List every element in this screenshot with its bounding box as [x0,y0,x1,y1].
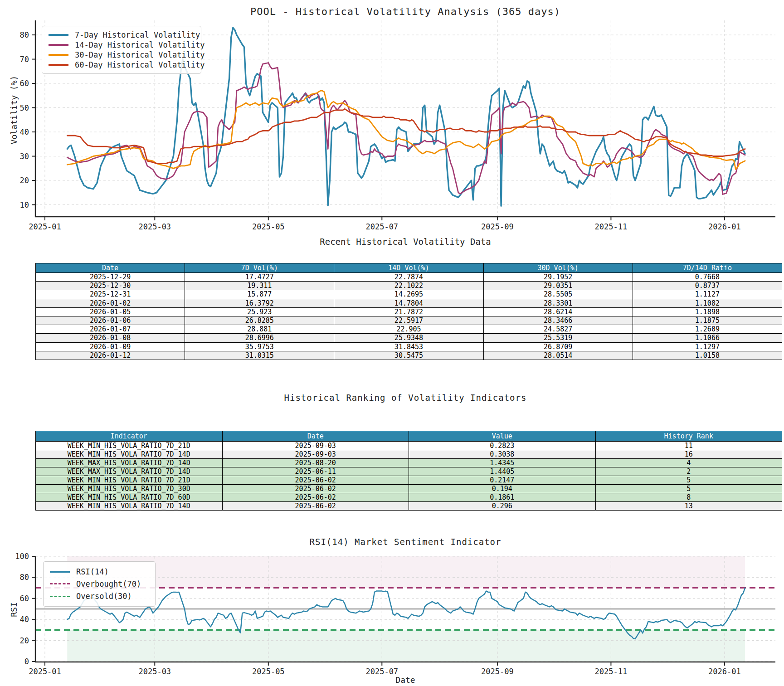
table-cell: WEEK_MIN_HIS_VOLA_RATIO_7D_14D [36,502,223,511]
table-cell: 28.5505 [483,290,633,299]
vol-series-line-3 [67,91,745,169]
table-cell: 5 [595,476,782,485]
vol-ytick-label: 30 [20,152,29,161]
rsi-xtick-label: 2025-05 [252,667,285,676]
vol-xtick-label: 2026-01 [708,222,741,231]
table-cell: 31.8453 [334,342,483,351]
rsi-legend-item-oversold-label: Oversold(30) [76,592,132,601]
table-cell: 2026-01-09 [36,342,185,351]
table-cell: 1.1898 [633,307,782,316]
table-header-row: Date7D Vol(%)14D Vol(%)30D Vol(%)7D/14D … [36,263,782,273]
vol-chart-title: POOL - Historical Volatility Analysis (3… [0,6,784,17]
rsi-ytick-label: 100 [15,552,29,561]
table-cell: 19.311 [185,282,334,290]
vol-ytick-label: 60 [20,79,29,88]
rsi-oversold-band [67,630,745,662]
vol-legend-item-2-swatch [49,44,68,46]
rsi-ytick-label: 0 [24,657,29,666]
vol-legend-item-1: 7-Day Historical Volatility [49,30,195,39]
table-cell: WEEK_MIN_HIS_VOLA_RATIO_7D_21D [36,476,223,485]
table-cell: WEEK_MIN_HIS_VOLA_RATIO_7D_30D [36,485,223,493]
volatility-ranking-table: IndicatorDateValueHistory RankWEEK_MIN_H… [35,431,782,511]
vol-xtick-label: 2025-11 [595,222,628,231]
rsi-xtick-label: 2025-07 [365,667,398,676]
table-cell: 22.1022 [334,282,483,290]
table-cell: 1.1297 [633,342,782,351]
vol-legend-item-1-label: 7-Day Historical Volatility [75,30,200,39]
rsi-xtick-label: 2025-09 [481,667,514,676]
table-row: WEEK_MAX_HIS_VOLA_RATIO_7D_14D2025-06-11… [36,467,782,476]
rsi-ytick-label: 60 [20,594,29,603]
table-row: WEEK_MIN_HIS_VOLA_RATIO_7D_30D2025-06-02… [36,485,782,493]
table-cell: 0.2823 [409,442,596,450]
table-cell: 2025-12-31 [36,290,185,299]
rsi-legend-item-overbought: Overbought(70) [50,579,149,589]
table-row: 2026-01-0525.92321.787228.62141.1898 [36,307,782,316]
vol-chart-legend: 7-Day Historical Volatility14-Day Histor… [42,26,201,74]
table-cell: 2026-01-12 [36,351,185,360]
rsi-legend-item-rsi-swatch [50,571,70,573]
column-header: Date [222,431,409,442]
table-cell: 14.7804 [334,299,483,307]
vol-legend-item-4: 60-Day Historical Volatility [49,60,195,69]
table-cell: 29.0351 [483,282,633,290]
table-cell: 1.4345 [409,459,596,467]
table-cell: 2026-01-08 [36,334,185,342]
table-cell: 4 [595,459,782,467]
table-cell: 35.9753 [185,342,334,351]
table-cell: 25.923 [185,307,334,316]
table-cell: 1.2609 [633,325,782,334]
volatility-report-page: 10203040506070802025-012025-032025-05202… [0,0,784,686]
rsi-chart-xlabel: Date [0,675,784,685]
vol-xtick-label: 2025-05 [252,222,285,231]
rsi-chart-legend: RSI(14)Overbought(70)Oversold(30) [43,561,156,607]
table-header-row: IndicatorDateValueHistory Rank [36,431,782,442]
table-row: 2025-12-3019.31122.102229.03510.8737 [36,282,782,290]
rsi-overbought-band [67,556,745,588]
table-row: 2026-01-0626.828522.591728.34661.1875 [36,316,782,325]
table-cell: 28.6996 [185,334,334,342]
table-cell: 2026-01-07 [36,325,185,334]
vol-xtick-label: 2025-01 [29,222,61,231]
vol-legend-item-2-label: 14-Day Historical Volatility [75,40,205,49]
vol-xtick-label: 2025-07 [365,222,398,231]
rsi-xtick-label: 2025-03 [138,667,171,676]
table-cell: 1.0158 [633,351,782,360]
rsi-xtick-label: 2025-11 [595,667,628,676]
vol-legend-item-3-label: 30-Day Historical Volatility [75,50,205,59]
vol-ytick-label: 10 [20,200,29,209]
table-cell: 1.4405 [409,467,596,476]
vol-ytick-label: 40 [20,127,29,136]
table-row: WEEK_MAX_HIS_VOLA_RATIO_7D_14D2025-08-20… [36,459,782,467]
table-cell: 2025-12-30 [36,282,185,290]
table-cell: 2025-06-11 [222,467,409,476]
vol-legend-item-4-label: 60-Day Historical Volatility [75,60,205,69]
table-row: WEEK_MIN_HIS_VOLA_RATIO_7D_21D2025-06-02… [36,476,782,485]
table-cell: 2025-06-02 [222,476,409,485]
table-cell: 1.1082 [633,299,782,307]
table-row: 2026-01-0728.88122.90524.58271.2609 [36,325,782,334]
table-cell: 0.3038 [409,450,596,459]
table-cell: 15.877 [185,290,334,299]
column-header: Value [409,431,596,442]
column-header: 7D/14D Ratio [633,263,782,273]
table-cell: 2026-01-02 [36,299,185,307]
recent-volatility-table: Date7D Vol(%)14D Vol(%)30D Vol(%)7D/14D … [35,263,782,360]
vol-ytick-label: 70 [20,55,29,64]
vol-xtick-label: 2025-09 [481,222,514,231]
table-cell: 13 [595,502,782,511]
vol-legend-item-3: 30-Day Historical Volatility [49,50,195,59]
table-cell: 0.296 [409,502,596,511]
table-cell: 2025-08-20 [222,459,409,467]
table-cell: 26.8285 [185,316,334,325]
vol-ytick-label: 20 [20,176,29,185]
table-row: 2026-01-0216.379214.780428.33011.1082 [36,299,782,307]
vol-xtick-label: 2025-03 [138,222,171,231]
table-cell: 24.5827 [483,325,633,334]
table-cell: 1.1066 [633,334,782,342]
table-cell: WEEK_MAX_HIS_VOLA_RATIO_7D_14D [36,467,223,476]
rsi-xtick-label: 2025-01 [29,667,61,676]
table-cell: 1.1127 [633,290,782,299]
table-cell: 2026-01-06 [36,316,185,325]
vol-legend-item-3-swatch [49,54,68,56]
